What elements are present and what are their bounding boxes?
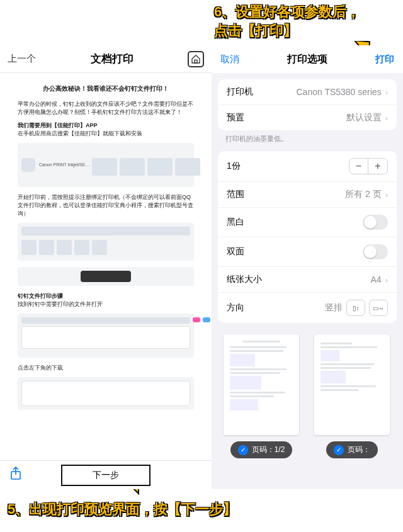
printer-group: 打印机 Canon TS5380 series› 预置 默认设置›: [218, 79, 397, 130]
orientation-row: 方向 竖排 ▯↕ ▭↔: [218, 292, 397, 323]
doc-line: 找到钉钉中需要打印的文件并打开: [18, 301, 103, 307]
print-options-screen: 取消 打印选项 打印 打印机 Canon TS5380 series› 预置 默…: [212, 45, 403, 489]
print-options-title: 打印选项: [287, 53, 327, 66]
annotation-step5: 5、出现打印预览界面，按【下一步】: [8, 500, 237, 519]
left-footer: 下一步: [0, 460, 212, 489]
chevron-right-icon: ›: [385, 88, 388, 97]
svg-rect-2: [195, 60, 197, 63]
page-badge[interactable]: ✓ 页码：1/2: [230, 441, 293, 458]
minus-icon[interactable]: −: [349, 159, 368, 174]
annotation-step6-line2: 点击【打印】: [214, 23, 297, 38]
left-header: 上一个 文档打印: [0, 45, 212, 73]
page-badge[interactable]: ✓ 页码：: [326, 441, 378, 458]
document-preview-screen: 上一个 文档打印 办公高效秘诀！我看谁还不会钉钉文件打印！ 平常办公的时候，钉钉…: [0, 45, 212, 489]
right-header: 取消 打印选项 打印: [212, 45, 403, 73]
page-preview: [224, 334, 299, 435]
home-icon[interactable]: [188, 51, 204, 67]
doc-paragraph: 开始打印前，需按照提示注册绑定打印机（不会绑定的可以看前面QQ文件打印的教程，也…: [18, 193, 194, 218]
copies-stepper[interactable]: − +: [349, 158, 388, 174]
copies-row: 1份 − +: [218, 151, 397, 181]
printer-value: Canon TS5380 series: [296, 87, 381, 97]
annotation-step6: 6、设置好各项参数后， 点击【打印】: [214, 3, 360, 40]
check-icon: ✓: [334, 445, 344, 455]
portrait-button[interactable]: ▯↕: [346, 300, 365, 316]
copies-label: 1份: [227, 161, 241, 172]
page-preview: [314, 334, 390, 435]
printer-label: 打印机: [227, 86, 253, 98]
check-icon: ✓: [238, 445, 248, 455]
settings-group: 1份 − + 范围 所有 2 页› 黑白 双面 纸张大小 A4› 方向 竖排: [218, 151, 397, 323]
share-icon[interactable]: [10, 467, 21, 484]
papersize-value: A4: [371, 274, 382, 285]
duplex-row: 双面: [218, 237, 397, 266]
orientation-value: 竖排: [325, 302, 343, 314]
doc-paragraph: 点击左下角的下载: [18, 364, 194, 372]
doc-line: 在手机应用商店搜索【佳能打印】就能下载和安装: [18, 130, 142, 137]
screenshot-thumbnail: [18, 377, 194, 410]
range-value: 所有 2 页: [345, 189, 382, 200]
doc-bold-line: 钉钉文件打印步骤: [18, 293, 63, 299]
page-thumb-1[interactable]: ✓ 页码：1/2: [220, 334, 302, 458]
chevron-right-icon: ›: [385, 190, 388, 200]
screenshot-thumbnail: Canon PRINT Inkjet/SE…: [18, 143, 194, 187]
screenshot-thumbnail: [18, 314, 194, 358]
bw-label: 黑白: [227, 217, 244, 228]
back-button[interactable]: 上一个: [8, 53, 36, 65]
page-title: 文档打印: [91, 52, 133, 66]
annotation-step6-line1: 6、设置好各项参数后，: [214, 4, 360, 20]
landscape-button[interactable]: ▭↔: [369, 300, 388, 316]
orientation-label: 方向: [227, 302, 244, 314]
page-badge-label: 页码：1/2: [252, 444, 285, 455]
range-label: 范围: [227, 189, 244, 200]
bw-row: 黑白: [218, 207, 397, 237]
page-thumbnails: ✓ 页码：1/2 ✓ 页码：: [212, 323, 403, 465]
preset-label: 预置: [227, 112, 244, 123]
papersize-label: 纸张大小: [227, 274, 262, 285]
bw-toggle[interactable]: [363, 215, 388, 230]
chevron-right-icon: ›: [385, 113, 388, 123]
page-badge-label: 页码：: [348, 444, 370, 455]
doc-headline: 办公高效秘诀！我看谁还不会钉钉文件打印！: [18, 84, 194, 94]
cancel-button[interactable]: 取消: [220, 54, 239, 65]
printer-row[interactable]: 打印机 Canon TS5380 series›: [218, 79, 397, 105]
next-button[interactable]: 下一步: [61, 465, 150, 486]
papersize-row[interactable]: 纸张大小 A4›: [218, 266, 397, 292]
ink-low-note: 打印机的油墨量低。: [212, 130, 403, 144]
doc-paragraph: 平常办公的时候，钉钉上收到的文件应该不少吧？文件需要打印但是不方便用电脑怎么办呢…: [18, 100, 194, 116]
duplex-toggle[interactable]: [363, 244, 388, 259]
duplex-label: 双面: [227, 246, 244, 258]
page-thumb-2[interactable]: ✓ 页码：: [311, 334, 393, 458]
chevron-right-icon: ›: [385, 275, 388, 285]
doc-bold-line: 我们需要用到【佳能打印】APP: [18, 122, 98, 128]
print-button[interactable]: 打印: [375, 54, 394, 65]
document-body: 办公高效秘诀！我看谁还不会钉钉文件打印！ 平常办公的时候，钉钉上收到的文件应该不…: [0, 73, 212, 427]
range-row[interactable]: 范围 所有 2 页›: [218, 181, 397, 207]
screenshot-thumbnail: [18, 267, 194, 286]
plus-icon[interactable]: +: [368, 159, 387, 174]
screenshot-thumbnail: [18, 223, 194, 261]
preset-value: 默认设置: [346, 112, 382, 123]
preset-row[interactable]: 预置 默认设置›: [218, 105, 397, 130]
